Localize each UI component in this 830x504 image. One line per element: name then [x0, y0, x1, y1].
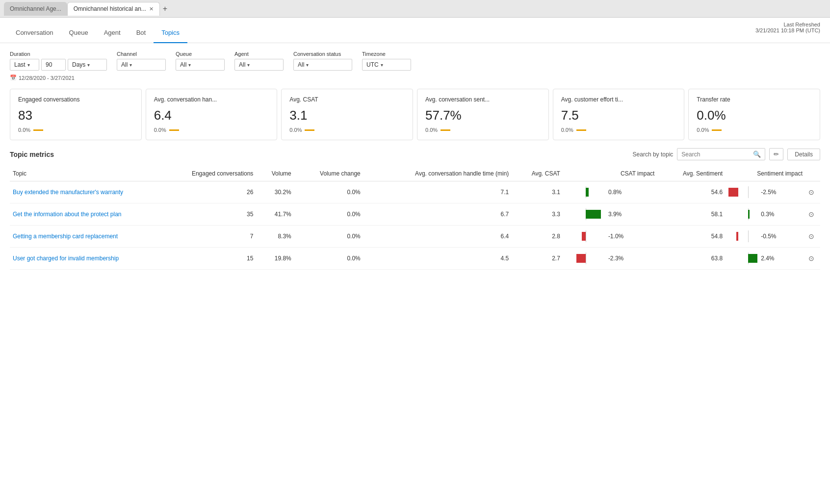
csat-bar-container: [566, 208, 605, 220]
kpi-avg-handle-title: Avg. conversation han...: [154, 96, 269, 103]
duration-last-select[interactable]: Last ▾: [10, 59, 39, 71]
avg-handle-time-cell: 4.5: [363, 248, 512, 270]
kpi-transfer-bar: [712, 129, 722, 131]
kpi-engaged-conversations: Engaged conversations 83 0.0%: [10, 89, 142, 140]
sentiment-impact-value: -0.5%: [761, 233, 776, 240]
queue-select[interactable]: All ▾: [176, 59, 225, 71]
avg-handle-time-cell: 7.1: [363, 181, 512, 203]
csat-impact-cell: -1.0%: [563, 226, 658, 248]
duration-unit-select[interactable]: Days ▾: [68, 59, 107, 71]
kpi-avg-handle-change: 0.0%: [154, 127, 166, 133]
csat-bar: [586, 210, 601, 219]
filter-icon-button[interactable]: ✏: [769, 148, 783, 160]
volume-change-cell: 0.0%: [294, 181, 363, 203]
conv-status-chevron: ▾: [306, 62, 309, 68]
agent-select[interactable]: All ▾: [234, 59, 284, 71]
tab-2[interactable]: Omnichannel historical an... ✕: [67, 2, 160, 16]
duration-unit-chevron: ▾: [87, 62, 90, 68]
nav-agent[interactable]: Agent: [96, 23, 129, 43]
tab-2-close-icon[interactable]: ✕: [149, 6, 154, 12]
search-icon: 🔍: [753, 151, 761, 158]
conv-status-label: Conversation status: [293, 51, 352, 57]
sentiment-bar-midline: [748, 186, 749, 198]
table-header: Topic Engaged conversations Volume Volum…: [10, 166, 820, 181]
avg-csat-cell: 2.8: [512, 226, 563, 248]
avg-handle-time-cell: 6.4: [363, 226, 512, 248]
details-button[interactable]: Details: [787, 149, 820, 160]
sentiment-impact-value: -2.5%: [761, 189, 776, 196]
nav-bot[interactable]: Bot: [129, 23, 154, 43]
channel-chevron: ▾: [130, 62, 132, 68]
sentiment-impact-value: 0.3%: [761, 211, 774, 218]
volume-cell: 41.7%: [256, 203, 294, 226]
nav-conversation[interactable]: Conversation: [8, 23, 61, 43]
nav-queue[interactable]: Queue: [61, 23, 96, 43]
csat-bar: [576, 254, 585, 263]
sentiment-impact-cell: -2.5%: [726, 181, 805, 203]
kpi-transfer-change: 0.0%: [697, 127, 709, 133]
duration-days-value-select[interactable]: 90: [41, 59, 66, 71]
topic-name-cell[interactable]: Buy extended the manufacturer's warranty: [10, 181, 156, 203]
agent-filter: Agent All ▾: [234, 51, 284, 71]
timezone-chevron: ▾: [381, 62, 383, 68]
csat-impact-cell: 3.9%: [563, 203, 658, 226]
topic-metrics-header: Topic metrics Search by topic 🔍 ✏ Detail…: [10, 148, 820, 160]
tab-1-label: Omnichannel Age...: [10, 5, 61, 12]
tab-1[interactable]: Omnichannel Age...: [4, 2, 67, 16]
sentiment-bar-container: [728, 208, 758, 220]
kpi-engaged-value: 83: [18, 108, 133, 123]
kpi-effort-footer: 0.0%: [561, 127, 676, 133]
last-refreshed-value: 3/21/2021 10:18 PM (UTC): [755, 27, 820, 33]
row-copy-icon[interactable]: ⊙: [808, 232, 814, 240]
topic-name-cell[interactable]: Get the information about the protect pl…: [10, 203, 156, 226]
search-box[interactable]: 🔍: [677, 148, 765, 160]
engaged-conv-cell: 26: [156, 181, 257, 203]
row-copy-icon[interactable]: ⊙: [808, 254, 814, 262]
search-input[interactable]: [681, 151, 751, 158]
avg-csat-cell: 3.3: [512, 203, 563, 226]
csat-impact-value: -1.0%: [608, 233, 623, 240]
filter-row: Duration Last ▾ 90 Days ▾ Channel: [10, 51, 820, 71]
kpi-engaged-title: Engaged conversations: [18, 96, 133, 103]
row-copy-icon[interactable]: ⊙: [808, 210, 814, 218]
avg-sentiment-cell: 54.8: [657, 226, 726, 248]
col-avg-sentiment: Avg. Sentiment: [657, 166, 726, 181]
kpi-sent-footer: 0.0%: [425, 127, 541, 133]
csat-impact-cell: -2.3%: [563, 248, 658, 270]
kpi-transfer-title: Transfer rate: [697, 96, 812, 103]
engaged-conv-cell: 15: [156, 248, 257, 270]
queue-chevron: ▾: [188, 62, 191, 68]
csat-bar-container: [566, 230, 605, 242]
kpi-sent-title: Avg. conversation sent...: [425, 96, 541, 103]
conv-status-filter: Conversation status All ▾: [293, 51, 352, 71]
timezone-select[interactable]: UTC ▾: [362, 59, 411, 71]
last-refreshed: Last Refreshed 3/21/2021 10:18 PM (UTC): [755, 22, 820, 33]
conv-status-select[interactable]: All ▾: [293, 59, 352, 71]
duration-label: Duration: [10, 51, 107, 57]
new-tab-button[interactable]: +: [160, 4, 170, 13]
topic-table: Topic Engaged conversations Volume Volum…: [10, 166, 820, 270]
topic-name-cell[interactable]: User got charged for invalid membership: [10, 248, 156, 270]
avg-handle-time-cell: 6.7: [363, 203, 512, 226]
kpi-engaged-footer: 0.0%: [18, 127, 133, 133]
table-body: Buy extended the manufacturer's warranty…: [10, 181, 820, 270]
table-row: User got charged for invalid membership …: [10, 248, 820, 270]
content-area[interactable]: Duration Last ▾ 90 Days ▾ Channel: [0, 43, 830, 504]
col-topic: Topic: [10, 166, 156, 181]
channel-filter: Channel All ▾: [117, 51, 166, 71]
channel-select[interactable]: All ▾: [117, 59, 166, 71]
duration-controls: Last ▾ 90 Days ▾: [10, 59, 107, 71]
csat-bar: [586, 188, 589, 197]
kpi-effort-value: 7.5: [561, 108, 676, 123]
nav-topics[interactable]: Topics: [154, 23, 187, 43]
col-csat-impact: CSAT impact: [563, 166, 658, 181]
topic-name-cell[interactable]: Getting a membership card replacement: [10, 226, 156, 248]
sentiment-impact-cell: 0.3%: [726, 203, 805, 226]
col-volume: Volume: [256, 166, 294, 181]
search-by-topic-label: Search by topic: [633, 151, 674, 158]
last-refreshed-label: Last Refreshed: [755, 22, 820, 27]
avg-sentiment-cell: 54.6: [657, 181, 726, 203]
row-copy-icon[interactable]: ⊙: [808, 188, 814, 196]
sentiment-impact-cell: -0.5%: [726, 226, 805, 248]
volume-change-cell: 0.0%: [294, 226, 363, 248]
